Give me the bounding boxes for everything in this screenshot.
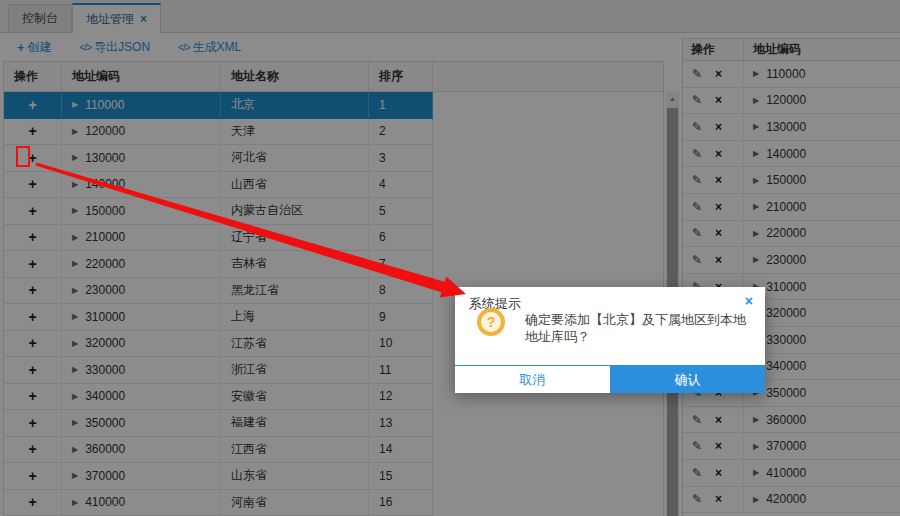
cancel-button[interactable]: 取消	[455, 366, 610, 393]
dialog-message: 确定要添加【北京】及下属地区到本地地址库吗？	[525, 311, 755, 345]
dialog-footer: 取消 确认	[455, 365, 765, 393]
modal-overlay	[0, 0, 900, 516]
question-icon: ?	[477, 308, 505, 336]
question-glyph: ?	[487, 314, 496, 330]
confirm-button[interactable]: 确认	[610, 366, 765, 393]
annotation-highlight-box	[16, 146, 30, 167]
confirm-dialog: 系统提示 × ? 确定要添加【北京】及下属地区到本地地址库吗？ 取消 确认	[455, 287, 765, 393]
app-root: 控制台 地址管理 × + 创建 </> 导出JSON </> 生成XML 操作 …	[0, 0, 900, 516]
dialog-title-bar: 系统提示 ×	[455, 287, 765, 313]
